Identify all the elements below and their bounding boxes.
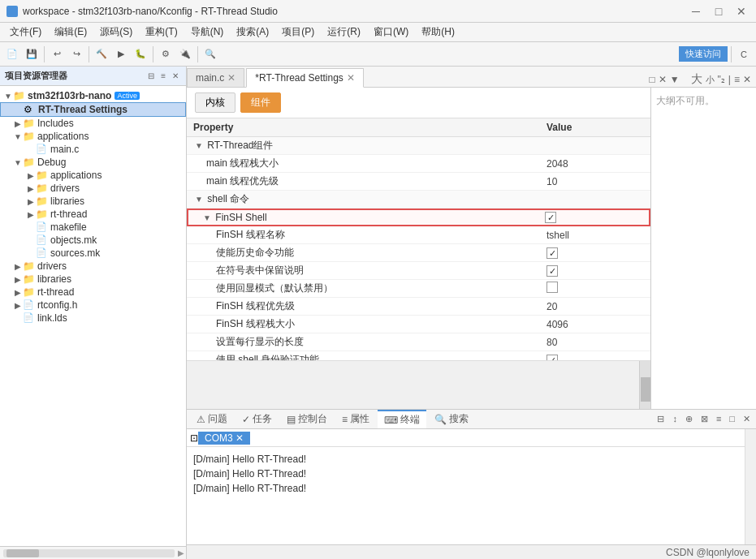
- row-value[interactable]: 20: [546, 301, 644, 312]
- row-main-stack-size[interactable]: main 线程栈大小 2048: [187, 155, 650, 173]
- tree-item-libraries[interactable]: ▶ 📁 libraries: [0, 273, 186, 286]
- close-button[interactable]: ✕: [733, 3, 750, 19]
- tab-rtsettings[interactable]: *RT-Thread Settings ✕: [246, 68, 364, 88]
- menu-search[interactable]: 搜索(A): [230, 24, 275, 41]
- tab-kernel[interactable]: 内核: [195, 92, 235, 113]
- row-finsh-auth[interactable]: 使用 shell 身份验证功能: [187, 351, 650, 360]
- toolbar-redo[interactable]: ↪: [67, 45, 85, 63]
- tree-item-mainc[interactable]: 📄 main.c: [0, 143, 186, 156]
- tree-item-debug-drivers[interactable]: ▶ 📁 drivers: [0, 182, 186, 195]
- tab-close-icon[interactable]: ✕: [347, 72, 355, 84]
- terminal-scrollbar[interactable]: [745, 429, 756, 544]
- tab-mainc[interactable]: main.c ✕: [187, 68, 244, 87]
- row-checkbox[interactable]: [545, 212, 642, 223]
- tab-ctrl-extra[interactable]: ≡: [734, 74, 740, 85]
- row-finsh-history[interactable]: 使能历史命令功能: [187, 244, 650, 262]
- toolbar-run[interactable]: ▶: [112, 45, 130, 63]
- minimize-button[interactable]: ─: [688, 3, 704, 19]
- tree-item-drivers[interactable]: ▶ 📁 drivers: [0, 260, 186, 273]
- tree-item-debug[interactable]: ▼ 📁 Debug: [0, 156, 186, 169]
- menu-source[interactable]: 源码(S): [93, 24, 139, 41]
- tree-item-rtthread[interactable]: ▶ 📁 rt-thread: [0, 286, 186, 299]
- btm-btn-1[interactable]: ⊟: [654, 413, 667, 425]
- checkbox-symbol[interactable]: [546, 265, 558, 277]
- tree-item-sources[interactable]: 📄 sources.mk: [0, 247, 186, 260]
- horizontal-scrollbar[interactable]: [3, 549, 175, 557]
- row-main-stack-prio[interactable]: main 线程优先级 10: [187, 173, 650, 191]
- row-finsh-name[interactable]: FinSH 线程名称 tshell: [187, 226, 650, 244]
- row-value[interactable]: 2048: [546, 158, 644, 170]
- bottom-tab-search[interactable]: 🔍 搜索: [428, 411, 475, 428]
- toolbar-search[interactable]: 🔍: [201, 45, 219, 63]
- row-value[interactable]: 4096: [546, 319, 644, 330]
- tab-close-icon[interactable]: ✕: [227, 72, 235, 84]
- menu-file[interactable]: 文件(F): [3, 24, 48, 41]
- menu-refactor[interactable]: 重构(T): [139, 24, 184, 41]
- tree-item-makefile[interactable]: 📄 makefile: [0, 221, 186, 234]
- tree-item-objects[interactable]: 📄 objects.mk: [0, 234, 186, 247]
- checkbox-auth[interactable]: [546, 355, 558, 361]
- panel-menu-btn[interactable]: ≡: [158, 71, 168, 81]
- tab-ctrl-menu[interactable]: ▼: [670, 74, 680, 85]
- toolbar-undo[interactable]: ↩: [48, 45, 66, 63]
- checkbox-history[interactable]: [546, 247, 558, 259]
- font-size-small[interactable]: 小: [706, 74, 715, 86]
- menu-project[interactable]: 项目(P): [275, 24, 321, 41]
- toolbar-settings[interactable]: ⚙: [157, 45, 175, 63]
- bottom-tab-props[interactable]: ≡ 属性: [335, 411, 376, 428]
- row-finsh-prio[interactable]: FinSH 线程优先级 20: [187, 298, 650, 316]
- btm-btn-7[interactable]: ✕: [741, 413, 753, 425]
- bottom-tab-issues[interactable]: ⚠ 问题: [190, 411, 234, 428]
- maximize-button[interactable]: □: [711, 3, 727, 19]
- btm-btn-2[interactable]: ↕: [670, 413, 680, 425]
- row-finsh-echo[interactable]: 使用回显模式（默认禁用）: [187, 280, 650, 298]
- tree-item-rtconfigh[interactable]: ▶ 📄 rtconfig.h: [0, 299, 186, 312]
- vertical-scrollbar[interactable]: [639, 361, 650, 409]
- toolbar-build[interactable]: 🔨: [93, 45, 110, 63]
- row-finsh-shell[interactable]: ▼ FinSH Shell: [187, 209, 650, 226]
- toolbar-chip[interactable]: 🔌: [176, 45, 194, 63]
- btm-btn-4[interactable]: ⊠: [698, 413, 711, 425]
- menu-edit[interactable]: 编辑(E): [48, 24, 93, 41]
- font-size-large[interactable]: 大: [691, 72, 702, 87]
- toolbar-save[interactable]: 💾: [23, 45, 41, 63]
- btm-btn-3[interactable]: ⊕: [683, 413, 695, 425]
- row-value[interactable]: 80: [546, 337, 644, 348]
- bottom-tab-terminal[interactable]: ⌨ 终端: [378, 410, 426, 428]
- tree-item-applications[interactable]: ▼ 📁 applications: [0, 130, 186, 143]
- row-checkbox[interactable]: [546, 247, 644, 259]
- menu-run[interactable]: 运行(R): [321, 24, 367, 41]
- row-finsh-symbol[interactable]: 在符号表中保留说明: [187, 262, 650, 280]
- tree-item-includes[interactable]: ▶ 📁 Includes: [0, 117, 186, 130]
- checkbox-echo[interactable]: [546, 282, 558, 293]
- toolbar-extra1[interactable]: C: [735, 45, 753, 63]
- row-checkbox[interactable]: [546, 265, 644, 277]
- menu-window[interactable]: 窗口(W): [367, 24, 415, 41]
- row-value[interactable]: tshell: [546, 230, 644, 241]
- tree-item-debug-apps[interactable]: ▶ 📁 applications: [0, 169, 186, 182]
- tree-item-debug-libraries[interactable]: ▶ 📁 libraries: [0, 195, 186, 208]
- toolbar-debug[interactable]: 🐛: [132, 45, 149, 63]
- row-finsh-linelen[interactable]: 设置每行显示的长度 80: [187, 333, 650, 351]
- row-value[interactable]: 10: [546, 176, 644, 187]
- tab-components[interactable]: 组件: [240, 92, 281, 113]
- tab-ctrl-close2[interactable]: ✕: [743, 74, 751, 85]
- panel-close-btn[interactable]: ✕: [170, 71, 181, 81]
- tree-item-rtsettings[interactable]: ⚙ RT-Thread Settings: [0, 102, 186, 117]
- group-shell[interactable]: ▼ shell 命令: [187, 191, 650, 209]
- scroll-right-btn[interactable]: ▶: [178, 548, 186, 557]
- toolbar-new[interactable]: 📄: [3, 45, 21, 63]
- tree-item-linklds[interactable]: 📄 link.lds: [0, 312, 186, 325]
- row-checkbox[interactable]: [546, 282, 644, 295]
- tab-ctrl-maximize[interactable]: □: [649, 74, 654, 85]
- panel-collapse-btn[interactable]: ⊟: [145, 71, 157, 81]
- tab-ctrl-2[interactable]: "₂: [718, 74, 725, 85]
- row-checkbox[interactable]: [546, 355, 644, 361]
- terminal-tab-com3[interactable]: COM3 ✕: [198, 432, 250, 445]
- terminal-tab-close[interactable]: ✕: [235, 432, 244, 444]
- tree-item-root[interactable]: ▼ 📁 stm32f103rb-nano Active: [0, 89, 186, 102]
- quick-access-button[interactable]: 快速访问: [679, 46, 728, 62]
- group-rtthread[interactable]: ▼ RT-Thread组件: [187, 137, 650, 155]
- checkbox-finsh[interactable]: [545, 212, 556, 223]
- btm-btn-6[interactable]: □: [727, 413, 737, 425]
